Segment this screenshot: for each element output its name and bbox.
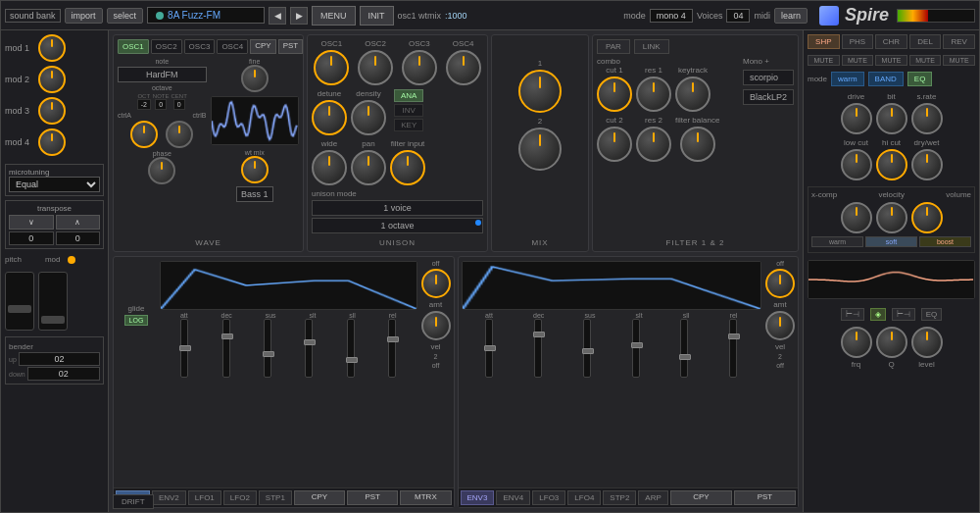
link-button[interactable]: LINK [634,39,669,54]
select-button[interactable]: select [107,8,144,24]
lfo1-tab[interactable]: LFO1 [188,490,221,505]
env4-tab[interactable]: ENV4 [496,490,530,505]
lfo2-tab[interactable]: LFO2 [223,490,257,505]
frq-knob[interactable] [841,327,872,358]
res1-knob[interactable] [636,77,671,112]
env2-tab[interactable]: ENV2 [152,490,186,505]
density-knob[interactable] [351,100,386,135]
cut2-knob[interactable] [597,127,632,162]
env2-sll-fader[interactable] [680,319,688,378]
q-knob[interactable] [876,327,907,358]
mtrx-button[interactable]: MTRX [400,490,451,505]
lfo4-tab[interactable]: LFO4 [567,490,601,505]
wt-mix-knob[interactable] [241,156,269,183]
log-button[interactable]: LOG [124,315,149,326]
env1-vel-knob[interactable] [421,311,451,340]
env2-att-fader[interactable] [485,319,493,378]
bass-button[interactable]: Bass 1 [236,186,273,202]
rev-mute-button[interactable]: MUTE [943,55,975,66]
unison-osc1-knob[interactable] [314,50,349,85]
env1-att-fader[interactable] [180,319,188,378]
wide-knob[interactable] [312,150,347,185]
env2-paste-button[interactable]: PST [734,490,796,505]
eq-ctrl-btn1[interactable]: ⊢⊣ [841,308,864,321]
mod3-knob[interactable] [38,97,66,125]
drywet-knob[interactable] [911,149,943,180]
volume-knob[interactable] [911,202,943,233]
velocity-knob[interactable] [876,202,907,233]
detune-knob[interactable] [312,100,347,135]
drift-button[interactable]: DRIFT [113,494,154,509]
inv-button[interactable]: INV [394,104,423,117]
stp1-tab[interactable]: STP1 [259,490,292,505]
eq-btn[interactable]: EQ [921,308,943,321]
lfo3-tab[interactable]: LFO3 [532,490,565,505]
ana-button[interactable]: ANA [394,89,423,102]
osc1-tab[interactable]: OSC1 [118,39,149,54]
preset-prev-button[interactable]: ◀ [269,7,286,25]
par-button[interactable]: PAR [597,39,630,54]
env2-copy-button[interactable]: CPY [670,490,732,505]
key-button[interactable]: KEY [394,119,423,131]
soft-btn[interactable]: soft [865,236,917,247]
osc-paste-button[interactable]: PST [278,39,304,54]
level-knob[interactable] [911,327,943,358]
transpose-up-button[interactable]: ∧ [56,215,101,230]
preset-next-button[interactable]: ▶ [290,7,308,25]
stp2-tab[interactable]: STP2 [603,490,636,505]
filter1-type-button[interactable]: scorpio [743,70,794,85]
octave-mode-button[interactable]: 1 octave [312,218,483,233]
env1-dec-fader[interactable] [222,319,230,378]
chr-tab[interactable]: CHR [875,34,907,49]
fine-knob[interactable] [241,65,269,92]
osc-copy-button[interactable]: CPY [250,39,275,54]
mix2-knob[interactable] [518,128,562,171]
init-button[interactable]: INIT [360,6,394,26]
xcomp-knob[interactable] [841,202,872,233]
filter-input-knob[interactable] [390,150,425,185]
env2-amt-knob[interactable] [765,269,795,298]
env2-sus-fader[interactable] [583,319,591,378]
unison-osc2-knob[interactable] [358,50,393,85]
arp-tab[interactable]: ARP [638,490,667,505]
env1-sll-fader[interactable] [347,319,355,378]
ctrla-knob[interactable] [130,121,158,148]
shp-tab[interactable]: SHP [808,34,840,49]
unison-osc4-knob[interactable] [446,50,481,85]
env3-tab[interactable]: ENV3 [461,490,495,505]
srate-knob[interactable] [911,103,943,134]
shp-mute-button[interactable]: MUTE [808,55,840,66]
bit-knob[interactable] [876,103,907,134]
cut1-knob[interactable] [597,77,632,112]
rev-tab[interactable]: REV [943,34,975,49]
env2-rel-fader[interactable] [729,319,737,378]
mod4-knob[interactable] [38,128,66,156]
menu-button[interactable]: MENU [312,6,356,26]
note-type-button[interactable]: HardFM [118,67,207,82]
env1-amt-knob[interactable] [421,269,451,298]
del-mute-button[interactable]: MUTE [909,55,942,66]
ctrlb-knob[interactable] [166,121,193,148]
import-button[interactable]: import [65,8,103,24]
eq-mode-button[interactable]: EQ [907,72,933,86]
drive-knob[interactable] [841,103,872,134]
lowcut-knob[interactable] [841,149,872,180]
env1-rel-fader[interactable] [388,319,396,378]
osc4-tab[interactable]: OSC4 [217,39,248,54]
res2-knob[interactable] [636,127,671,162]
mod-strip[interactable] [38,272,68,331]
osc3-tab[interactable]: OSC3 [184,39,216,54]
eq-ctrl-btn3[interactable]: ⊢⊣ [892,308,915,321]
warm-btn[interactable]: warm [811,236,863,247]
eq-ctrl-btn2[interactable]: ◈ [870,308,886,321]
microtuning-dropdown[interactable]: Equal [9,177,100,192]
env2-slt-fader[interactable] [632,319,640,378]
del-tab[interactable]: DEL [909,34,942,49]
boost-btn[interactable]: boost [919,236,971,247]
pan-knob[interactable] [351,150,386,185]
hicut-knob[interactable] [876,149,907,180]
keytrack-knob[interactable] [675,77,710,112]
transpose-down-button[interactable]: ∨ [9,215,54,230]
mod1-knob[interactable] [38,34,66,62]
env1-slt-fader[interactable] [305,319,313,378]
